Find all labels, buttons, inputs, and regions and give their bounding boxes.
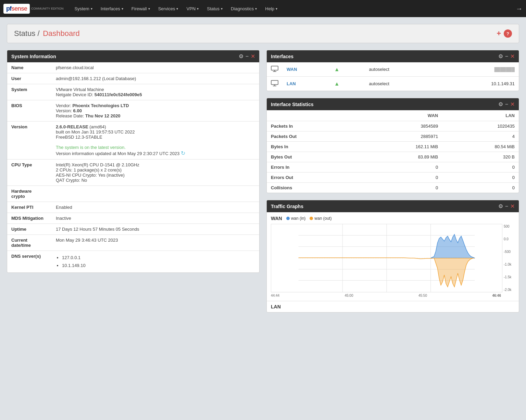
- wan-packets-in: 3854589: [359, 121, 442, 131]
- system-info-close-icon[interactable]: ✕: [251, 53, 255, 60]
- nav-caret-services: ▾: [176, 7, 178, 11]
- nav-label-system: System: [74, 6, 89, 11]
- logout-icon[interactable]: →: [516, 5, 523, 13]
- nav-label-firewall: Firewall: [132, 6, 147, 11]
- y-label-neg1k: -1.0k: [504, 263, 513, 266]
- traffic-graphs-title: Traffic Graphs: [271, 204, 303, 209]
- label-bytes-in: Bytes In: [267, 142, 359, 152]
- interface-stats-table: WAN LAN Packets In 3854589 1020435 Packe…: [267, 110, 519, 193]
- help-button[interactable]: ?: [504, 29, 512, 38]
- value-user: admin@192.168.1.212 (Local Database): [52, 73, 259, 84]
- interface-stats-panel: Interface Statistics ⚙ − ✕ WAN LAN: [266, 98, 519, 193]
- traffic-graphs-close-icon[interactable]: ✕: [510, 203, 515, 209]
- y-label-0: 0.0: [504, 237, 513, 241]
- interface-stats-header: Interface Statistics ⚙ − ✕: [267, 98, 519, 110]
- nav-menu: System▾ Interfaces▾ Firewall▾ Services▾ …: [70, 1, 516, 16]
- interfaces-panel: Interfaces ⚙ − ✕: [266, 50, 519, 91]
- x-label-4646: 46:46: [492, 294, 501, 297]
- nav-item-interfaces[interactable]: Interfaces▾: [97, 1, 127, 16]
- y-label-neg2k: -2.0k: [504, 288, 513, 292]
- table-row: Version 2.6.0-RELEASE (amd64) built on M…: [7, 122, 259, 160]
- breadcrumb-title[interactable]: Dashboard: [43, 29, 80, 38]
- traffic-graphs-minimize-icon[interactable]: −: [505, 203, 508, 209]
- iface-lan-row: LAN ▲ autoselect 10.1.149.31: [267, 77, 519, 91]
- graph-header: WAN wan (in) wan (out): [271, 216, 515, 221]
- label-bytes-out: Bytes Out: [267, 152, 359, 162]
- nav-item-firewall[interactable]: Firewall▾: [127, 1, 154, 16]
- table-row: Uptime 17 Days 12 Hours 57 Minutes 05 Se…: [7, 224, 259, 235]
- wan-name[interactable]: WAN: [283, 62, 330, 77]
- table-row: BIOS Vendor: Phoenix Technologies LTD Ve…: [7, 100, 259, 122]
- interface-stats-close-icon[interactable]: ✕: [510, 101, 515, 107]
- nav-item-diagnostics[interactable]: Diagnostics▾: [227, 1, 261, 16]
- breadcrumb: Status / Dashboard: [14, 29, 80, 38]
- wan-status-arrow: ▲: [330, 62, 365, 77]
- wan-errors-in: 0: [359, 162, 442, 173]
- nav-item-help[interactable]: Help▾: [261, 1, 281, 16]
- nav-item-services[interactable]: Services▾: [154, 1, 183, 16]
- interface-stats-settings-icon[interactable]: ⚙: [498, 101, 503, 107]
- stats-bytes-out: Bytes Out 83.89 MiB 320 B: [267, 152, 519, 162]
- nav-item-status[interactable]: Status▾: [203, 1, 227, 16]
- system-info-title: System Information: [11, 54, 56, 59]
- nav-item-system[interactable]: System▾: [70, 1, 96, 16]
- interfaces-minimize-icon[interactable]: −: [505, 53, 508, 60]
- label-user: User: [7, 73, 52, 84]
- add-widget-button[interactable]: +: [497, 29, 501, 38]
- label-packets-in: Packets In: [267, 121, 359, 131]
- wan-packets-out: 2885971: [359, 131, 442, 142]
- system-info-minimize-icon[interactable]: −: [246, 53, 249, 60]
- label-errors-in: Errors In: [267, 162, 359, 173]
- interfaces-settings-icon[interactable]: ⚙: [498, 53, 503, 60]
- system-info-table: Name pfsense.cloud.local User admin@192.…: [7, 62, 259, 272]
- system-info-settings-icon[interactable]: ⚙: [239, 53, 243, 60]
- wan-graph-label: WAN: [271, 216, 282, 221]
- interface-stats-minimize-icon[interactable]: −: [505, 101, 508, 107]
- pfsense-logo: pfsense: [3, 4, 30, 14]
- label-bios: BIOS: [7, 100, 52, 122]
- interfaces-close-icon[interactable]: ✕: [510, 53, 515, 60]
- nav-label-help: Help: [265, 6, 274, 11]
- nav-caret-diagnostics: ▾: [255, 7, 257, 11]
- x-axis-labels: 44:44 45:00 45:50 46:46: [271, 294, 515, 297]
- update-status: The system is on the latest version.: [56, 145, 126, 150]
- label-version: Version: [7, 122, 52, 160]
- lan-name[interactable]: LAN: [283, 77, 330, 91]
- lan-errors-in: 0: [442, 162, 519, 173]
- wan-bytes-out: 83.89 MiB: [359, 152, 442, 162]
- table-row: MDS Mitigation Inactive: [7, 213, 259, 224]
- wan-speed: autoselect: [365, 62, 438, 77]
- interfaces-header: Interfaces ⚙ − ✕: [267, 50, 519, 62]
- nav-caret-status: ▾: [221, 7, 223, 11]
- lan-label: LAN: [271, 304, 281, 309]
- nav-label-status: Status: [207, 6, 220, 11]
- nav-caret-vpn: ▾: [197, 7, 199, 11]
- svg-marker-15: [431, 234, 475, 258]
- lan-packets-out: 4: [442, 131, 519, 142]
- table-row: Kernel PTI Enabled: [7, 202, 259, 213]
- label-kernel-pti: Kernel PTI: [7, 202, 52, 213]
- iface-wan-row: WAN ▲ autoselect ███████: [267, 62, 519, 77]
- label-collisions: Collisions: [267, 183, 359, 193]
- label-uptime: Uptime: [7, 224, 52, 235]
- nav-item-vpn[interactable]: VPN▾: [182, 1, 203, 16]
- breadcrumb-prefix: Status /: [14, 29, 40, 38]
- label-dns: DNS server(s): [7, 251, 52, 272]
- value-dns: 127.0.0.1 10.1.149.10: [52, 251, 259, 272]
- graph-svg-container: [271, 224, 502, 292]
- brand-edition: COMMUNITY EDITION: [31, 7, 63, 11]
- nav-caret-interfaces: ▾: [122, 7, 123, 11]
- nav-label-services: Services: [158, 6, 175, 11]
- svg-rect-3: [271, 80, 278, 85]
- wan-network-icon: [267, 62, 283, 77]
- stats-packets-out: Packets Out 2885971 4: [267, 131, 519, 142]
- wan-bytes-in: 162.11 MiB: [359, 142, 442, 152]
- legend-out-dot: [310, 217, 313, 220]
- lan-bytes-in: 80.54 MiB: [442, 142, 519, 152]
- refresh-icon[interactable]: ↻: [181, 150, 185, 156]
- brand-logo[interactable]: pfsense COMMUNITY EDITION: [3, 4, 63, 14]
- x-label-4500: 45:00: [345, 294, 353, 297]
- label-cpu: CPU Type: [7, 160, 52, 186]
- interfaces-title: Interfaces: [271, 54, 293, 59]
- traffic-graphs-settings-icon[interactable]: ⚙: [498, 203, 503, 209]
